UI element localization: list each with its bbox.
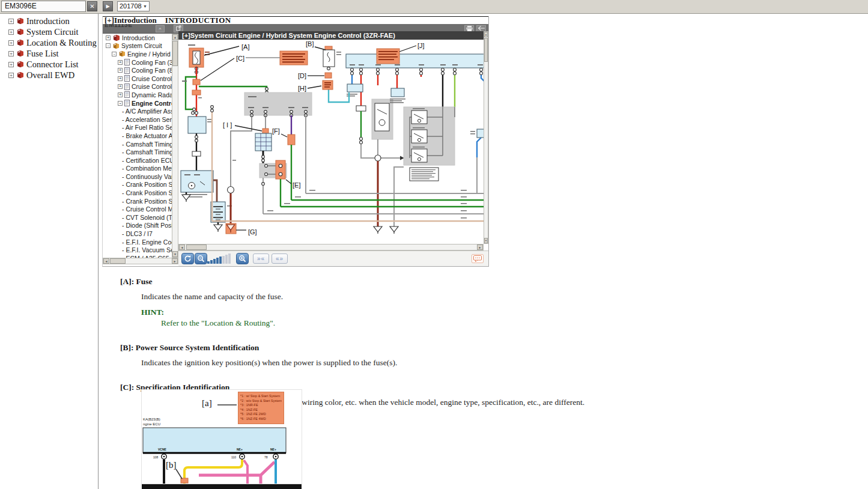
sidebar-tree: +Introduction+System Circuit+Location & … xyxy=(0,16,97,80)
tree-item[interactable]: - Combination Meter xyxy=(104,165,172,173)
hint-body[interactable]: Refer to the "Location & Routing". xyxy=(161,318,757,328)
tree-expander[interactable]: + xyxy=(118,76,123,81)
book-icon xyxy=(16,28,24,35)
document-icon xyxy=(124,91,130,98)
comment-button[interactable] xyxy=(472,254,484,263)
play-button[interactable]: ▶ xyxy=(103,1,113,11)
tree-item[interactable]: - Acceleration Senso xyxy=(104,115,172,124)
relay-box-left xyxy=(188,117,206,133)
manual-tab-title: EM3096E xyxy=(5,2,37,10)
tree-item[interactable]: - Brake Actuator Ass xyxy=(104,132,172,140)
tree-item[interactable]: -Engine Control (3 xyxy=(104,99,172,108)
tree-item[interactable]: -Engine / Hybrid Sys xyxy=(104,50,172,58)
tree-item[interactable]: - Camshaft Timing C xyxy=(104,148,172,156)
tree-item[interactable]: +Dynamic Radar C xyxy=(104,91,172,99)
tree-horizontal-scrollbar[interactable]: ◄ ► xyxy=(103,258,178,264)
tree-expander[interactable]: + xyxy=(118,60,123,65)
component-f xyxy=(288,135,295,145)
top-bar: EM3096E ✕ ▶ ▼ 201708 xyxy=(0,0,868,14)
scroll-left-icon[interactable]: ◄ xyxy=(103,258,109,264)
version-dropdown[interactable]: ▼ 201708 xyxy=(117,1,150,11)
scroll-down-icon[interactable]: ▼ xyxy=(172,251,178,257)
pin-num-2: 110 xyxy=(231,455,236,459)
zoom-level-indicator[interactable] xyxy=(207,254,231,264)
expand-icon[interactable]: + xyxy=(8,62,14,67)
tree-item[interactable]: - Camshaft Timing C xyxy=(104,140,172,148)
tree-item[interactable]: +Cruise Control (3Z xyxy=(104,74,172,83)
tree-expander[interactable]: + xyxy=(118,93,123,97)
refresh-button[interactable] xyxy=(181,253,194,264)
tree-item[interactable]: - Certification ECU / xyxy=(104,156,172,165)
scroll-left-icon[interactable]: ◄ xyxy=(179,244,185,250)
scroll-up-icon[interactable]: ▲ xyxy=(484,32,488,37)
diagram-canvas[interactable]: [A] [B] [C] [D] [H] [J] [ I ] [F] [E] [G… xyxy=(178,40,484,244)
tree-hscroll-thumb[interactable] xyxy=(110,258,126,264)
tree-item[interactable]: +Introduction xyxy=(104,34,172,42)
tree-item[interactable]: - E.F.I. Vacuum Sen xyxy=(104,246,172,254)
tree-expander[interactable]: + xyxy=(106,35,111,40)
zoom-in-button[interactable] xyxy=(236,253,249,264)
scroll-right-icon[interactable]: ► xyxy=(477,244,483,250)
scroll-down-icon[interactable]: ▼ xyxy=(484,238,488,243)
expand-icon[interactable]: + xyxy=(8,51,14,56)
tree-expander[interactable]: + xyxy=(118,84,123,89)
note-box-c xyxy=(280,51,308,65)
callout-c: [C] xyxy=(236,55,244,62)
page-nav-inward-button[interactable]: »« xyxy=(253,254,269,264)
sidebar-item[interactable]: +System Circuit xyxy=(0,26,97,37)
page-nav-outward-button[interactable]: «» xyxy=(272,254,288,264)
tree-item[interactable]: - Crank Position Sen xyxy=(104,197,172,205)
expand-icon[interactable]: + xyxy=(8,29,14,35)
tree-item[interactable]: - Crank Position Sen xyxy=(104,189,172,197)
diagram-vertical-scrollbar[interactable]: ▲ ▼ xyxy=(484,31,488,244)
book-icon xyxy=(112,34,120,41)
tree-expander[interactable]: + xyxy=(118,68,123,73)
sidebar-item[interactable]: +Location & Routing xyxy=(0,37,97,48)
tree-item[interactable]: - Crank Position Sen xyxy=(104,181,172,189)
tree-item[interactable]: - A/C Amplifier Asse xyxy=(104,107,172,115)
tree-vscroll-thumb[interactable] xyxy=(172,41,178,66)
figure-note-line: *2 : w/o Stop & Start System xyxy=(240,399,282,404)
expand-icon[interactable]: + xyxy=(8,19,14,24)
tree-item[interactable]: +Cooling Fan (8AR xyxy=(104,66,172,74)
sidebar-divider[interactable] xyxy=(98,13,99,489)
zoom-in-icon xyxy=(238,255,246,263)
tree-item[interactable]: - Cruise Control Main xyxy=(104,205,172,213)
sidebar-item[interactable]: +Overall EWD xyxy=(0,70,97,80)
tree-item[interactable]: - Diode (Shift Positio xyxy=(104,222,172,230)
tree-item[interactable]: +Cruise Control (8A xyxy=(104,83,172,91)
expand-icon[interactable]: + xyxy=(8,73,14,78)
tree-item-label: - Brake Actuator Ass xyxy=(122,132,172,139)
sidebar-item[interactable]: +Fuse List xyxy=(0,48,97,59)
tree-expander[interactable]: - xyxy=(112,52,117,56)
diagram-hscroll-thumb[interactable] xyxy=(186,244,207,250)
sidebar-item-label: System Circuit xyxy=(26,27,79,37)
diagram-horizontal-scrollbar[interactable]: ◄ ► xyxy=(178,244,484,251)
tree-item-label: - CVT Solenoid (Tran xyxy=(122,214,172,221)
figure-note-line: *1 : w/ Stop & Start System xyxy=(240,394,282,399)
tree-item[interactable]: - CVT Solenoid (Tran xyxy=(104,213,172,222)
diagram-vscroll-thumb[interactable] xyxy=(484,38,488,62)
tree-expander[interactable]: - xyxy=(118,101,123,106)
sidebar-item[interactable]: +Introduction xyxy=(0,16,97,26)
scroll-up-icon[interactable]: ▲ xyxy=(172,34,178,40)
expand-icon[interactable]: + xyxy=(8,40,14,46)
tree-item[interactable]: +Cooling Fan (3ZR xyxy=(104,58,172,67)
tree-item[interactable]: - E.F.I. Engine Coola xyxy=(104,238,172,246)
sidebar-item[interactable]: +Connector List xyxy=(0,59,97,70)
tree-item[interactable]: - Air Fuel Ratio Sens xyxy=(104,124,172,132)
tree-expander[interactable]: - xyxy=(106,43,111,48)
sidebar-item-label: Fuse List xyxy=(26,49,59,59)
tree-item[interactable]: -System Circuit xyxy=(104,42,172,50)
scroll-right-icon[interactable]: ► xyxy=(172,258,178,264)
tree-item-label: Cooling Fan (8AR xyxy=(132,67,172,74)
zoom-out-button[interactable] xyxy=(195,253,207,264)
collapse-panel-button[interactable]: ^ xyxy=(156,25,165,32)
tree-item[interactable]: - Continuously Varia xyxy=(104,172,172,181)
document-icon xyxy=(124,59,130,65)
junction-block xyxy=(244,93,312,115)
tree-item[interactable]: - DLC3 / I7 xyxy=(104,229,172,238)
manual-tab[interactable]: EM3096E xyxy=(1,1,86,12)
tree-vertical-scrollbar[interactable]: ▲ ▼ xyxy=(172,34,178,258)
close-tab-button[interactable]: ✕ xyxy=(87,1,97,11)
